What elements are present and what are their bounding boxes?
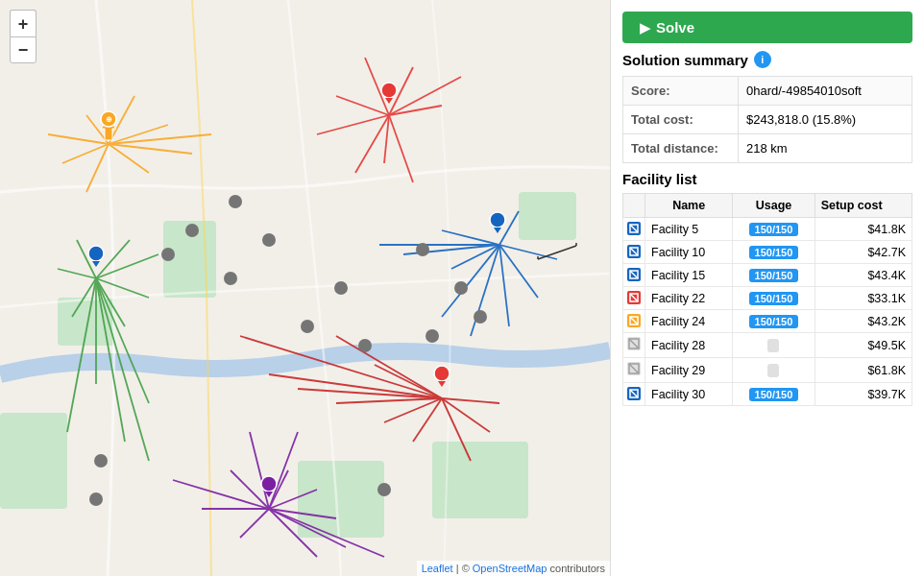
facility-icon-cell [623, 333, 645, 358]
facility-icon-header [623, 194, 645, 218]
facility-usage: ‍‍‍‍‍‍ [733, 333, 815, 358]
facility-name: Facility 5 [645, 218, 733, 241]
osm-link[interactable]: OpenStreetMap [473, 563, 547, 574]
facility-name: Facility 24 [645, 310, 733, 333]
facility-usage: ‍‍‍‍‍‍ [733, 358, 815, 383]
solve-label: Solve [656, 19, 694, 36]
summary-row: Score: 0hard/-49854010soft [623, 77, 912, 106]
facility-usage: 150/150 [733, 218, 815, 241]
facility-color-icon [627, 387, 641, 400]
svg-line-109 [630, 317, 638, 324]
facility-setup-cost: $49.5K [815, 333, 912, 358]
facility-icon-cell [623, 383, 645, 406]
play-icon: ▶ [640, 20, 650, 36]
usage-badge-filled: 150/150 [749, 388, 799, 401]
facility-color-icon [627, 291, 641, 304]
facility-color-icon [627, 245, 641, 258]
summary-label: Total cost: [623, 106, 739, 134]
facility-icon-cell [623, 264, 645, 287]
facility-row[interactable]: Facility 28‍‍‍‍‍‍$49.5K [623, 333, 912, 358]
solve-button[interactable]: ▶ Solve [622, 12, 912, 43]
svg-line-113 [629, 364, 639, 373]
summary-row: Total cost: $243,818.0 (15.8%) [623, 106, 912, 134]
facility-icon-cell [623, 241, 645, 264]
solution-summary-section: Solution summary i Score: 0hard/-4985401… [611, 51, 924, 171]
facility-row[interactable]: Facility 15150/150$43.4K [623, 264, 912, 287]
facility-name: Facility 22 [645, 287, 733, 310]
facility-usage: 150/150 [733, 287, 815, 310]
summary-label: Score: [623, 77, 739, 106]
facility-setup-cost: $42.7K [815, 241, 912, 264]
map-attribution: Leaflet | © OpenStreetMap contributors [417, 561, 610, 576]
info-icon[interactable]: i [754, 51, 771, 68]
facility-setup-cost: $41.8K [815, 218, 912, 241]
solution-summary-title: Solution summary i [622, 51, 912, 68]
facility-icon-cell [623, 218, 645, 241]
facility-name: Facility 10 [645, 241, 733, 264]
facility-col-header: Usage [733, 194, 815, 218]
summary-value: $243,818.0 (15.8%) [739, 106, 912, 134]
facility-row[interactable]: Facility 22150/150$33.1K [623, 287, 912, 310]
map-area[interactable]: ⊕ + − [0, 0, 610, 576]
facility-icon-cell [623, 310, 645, 333]
facility-setup-cost: $33.1K [815, 287, 912, 310]
facility-row[interactable]: Facility 30150/150$39.7K [623, 383, 912, 406]
usage-badge-filled: 150/150 [749, 292, 799, 305]
svg-line-101 [630, 225, 638, 232]
usage-badge-filled: 150/150 [749, 223, 799, 236]
svg-line-107 [630, 294, 638, 301]
summary-table: Score: 0hard/-49854010soft Total cost: $… [622, 76, 912, 163]
summary-label: Total distance: [623, 134, 739, 163]
facility-name: Facility 30 [645, 383, 733, 406]
facility-row[interactable]: Facility 5150/150$41.8K [623, 218, 912, 241]
facility-usage: 150/150 [733, 310, 815, 333]
facility-usage: 150/150 [733, 241, 815, 264]
summary-row: Total distance: 218 km [623, 134, 912, 163]
facility-setup-cost: $39.7K [815, 383, 912, 406]
facility-setup-cost: $61.8K [815, 358, 912, 383]
usage-badge-empty: ‍‍‍‍‍‍ [767, 364, 779, 377]
facility-color-icon [627, 222, 641, 235]
summary-value: 0hard/-49854010soft [739, 77, 912, 106]
facility-usage: 150/150 [733, 264, 815, 287]
facility-row[interactable]: Facility 29‍‍‍‍‍‍$61.8K [623, 358, 912, 383]
zoom-in-button[interactable]: + [10, 10, 36, 36]
facility-name: Facility 15 [645, 264, 733, 287]
facility-table: NameUsageSetup cost Facility 5150/150$41… [622, 193, 912, 406]
svg-line-103 [630, 248, 638, 255]
usage-badge-filled: 150/150 [749, 246, 799, 259]
zoom-out-button[interactable]: − [10, 36, 36, 63]
facility-col-header: Setup cost [815, 194, 912, 218]
facility-empty-icon [627, 337, 641, 350]
svg-line-105 [630, 271, 638, 278]
svg-line-111 [629, 339, 639, 348]
facility-col-header: Name [645, 194, 733, 218]
facility-name: Facility 28 [645, 333, 733, 358]
usage-badge-empty: ‍‍‍‍‍‍ [767, 339, 779, 352]
svg-line-115 [630, 390, 638, 397]
facility-name: Facility 29 [645, 358, 733, 383]
facility-list-section: Facility list NameUsageSetup cost Facili… [611, 171, 924, 576]
summary-value: 218 km [739, 134, 912, 163]
facility-row[interactable]: Facility 24150/150$43.2K [623, 310, 912, 333]
facility-setup-cost: $43.2K [815, 310, 912, 333]
facility-color-icon [627, 314, 641, 327]
facility-icon-cell [623, 358, 645, 383]
facility-color-icon [627, 268, 641, 281]
facility-row[interactable]: Facility 10150/150$42.7K [623, 241, 912, 264]
sidebar: ▶ Solve Solution summary i Score: 0hard/… [610, 0, 924, 576]
facility-table-wrapper[interactable]: NameUsageSetup cost Facility 5150/150$41… [622, 193, 912, 576]
facility-icon-cell [623, 287, 645, 310]
facility-list-title: Facility list [622, 171, 912, 187]
usage-badge-filled: 150/150 [749, 315, 799, 328]
facility-empty-icon [627, 362, 641, 375]
zoom-controls: + − [10, 10, 36, 63]
facility-setup-cost: $43.4K [815, 264, 912, 287]
usage-badge-filled: 150/150 [749, 269, 799, 282]
facility-usage: 150/150 [733, 383, 815, 406]
leaflet-link[interactable]: Leaflet [422, 563, 453, 574]
